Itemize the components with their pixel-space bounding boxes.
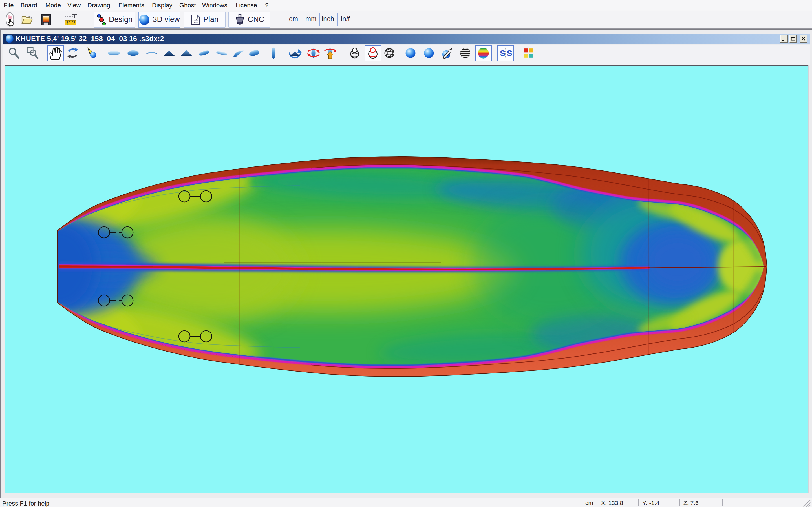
svg-text:S: S xyxy=(507,48,512,58)
svg-text:1: 1 xyxy=(66,22,68,25)
svg-text:S: S xyxy=(500,48,506,58)
svg-text:0: 0 xyxy=(72,22,73,25)
